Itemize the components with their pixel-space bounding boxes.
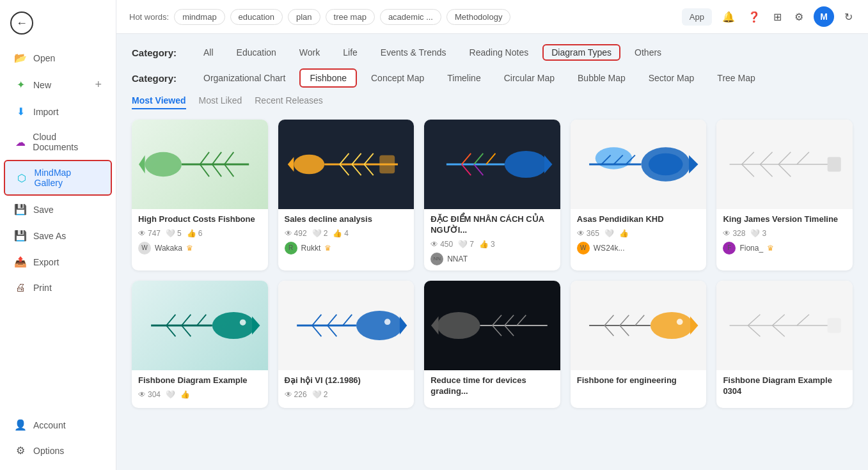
sidebar-item-cloud[interactable]: ☁ Cloud Documents [4, 125, 112, 159]
sort-most-liked[interactable]: Most Liked [199, 95, 242, 109]
settings-icon[interactable]: ⚙ [792, 8, 806, 26]
sort-most-viewed[interactable]: Most Viewed [132, 95, 186, 109]
svg-point-9 [294, 155, 325, 175]
sort-recent[interactable]: Recent Releases [255, 95, 323, 109]
svg-point-28 [649, 153, 683, 175]
cat-tab-circular[interactable]: Circular Map [495, 70, 564, 86]
sidebar-item-account[interactable]: 👤 Account [4, 412, 112, 437]
gallery-card-9[interactable]: Fishbone for engineering [571, 281, 707, 408]
tag-plan[interactable]: plan [288, 9, 320, 25]
svg-point-19 [505, 151, 548, 178]
cat-tab-events[interactable]: Events & Trends [372, 44, 455, 61]
likes-3: 🤍 7 [458, 240, 474, 249]
cat-tab-org[interactable]: Organizational Chart [194, 70, 294, 86]
gallery-card-4[interactable]: Asas Pendidikan KHD 👁 365 🤍 👍 W WS24k... [571, 120, 707, 270]
svg-line-74 [604, 315, 613, 325]
content-area: Category: All Education Work Life Events… [116, 34, 868, 470]
cat-tab-concept[interactable]: Concept Map [362, 70, 433, 86]
card-title-4: Asas Pendidikan KHD [577, 214, 700, 225]
topbar: Hot words: mindmap education plan tree m… [116, 0, 868, 34]
card-author-3: NN NNAT [430, 253, 554, 265]
sidebar-item-import[interactable]: ⬇ Import [4, 99, 112, 124]
views-7: 👁 226 [285, 390, 307, 399]
cat-tab-diagram[interactable]: Diagram Types [542, 44, 620, 61]
user-avatar[interactable]: M [814, 6, 834, 27]
card-author-5: F Fiona_ ♛ [723, 242, 846, 255]
cat-tab-bubble[interactable]: Bubble Map [569, 70, 635, 86]
gallery-card-7[interactable]: Đại hội VI (12.1986) 👁 226 🤍 2 [278, 281, 414, 408]
tag-education[interactable]: education [230, 9, 283, 25]
cat-tab-reading[interactable]: Reading Notes [461, 44, 538, 61]
card-author-4: W WS24k... [577, 242, 700, 255]
sidebar-item-export[interactable]: 📤 Export [4, 249, 112, 274]
cat-tab-others[interactable]: Others [626, 44, 670, 61]
svg-line-37 [760, 152, 772, 164]
card-thumb-10 [716, 281, 853, 370]
gallery-card-1[interactable]: High Product Costs Fishbone 👁 747 🤍 5 👍 … [132, 120, 268, 270]
cat-tab-all[interactable]: All [194, 44, 223, 61]
gallery-grid: High Product Costs Fishbone 👁 747 🤍 5 👍 … [132, 120, 853, 408]
cat-tab-sector[interactable]: Sector Map [640, 70, 704, 86]
cat-tab-fishbone[interactable]: Fishbone [299, 68, 357, 88]
svg-line-8 [225, 164, 233, 176]
sidebar-label-cloud: Cloud Documents [33, 132, 102, 152]
svg-marker-29 [689, 155, 698, 174]
cat-tab-timeline[interactable]: Timeline [438, 70, 489, 86]
refresh-icon[interactable]: ↻ [842, 8, 855, 26]
sidebar-item-save[interactable]: 💾 Save [4, 197, 112, 222]
cat-tab-treemap2[interactable]: Tree Map [708, 70, 764, 86]
app-button[interactable]: App [682, 8, 712, 26]
card-thumb-2 [278, 120, 414, 209]
category-tabs-1: All Education Work Life Events & Trends … [194, 44, 670, 61]
export-icon: 📤 [14, 256, 27, 268]
sidebar-item-open[interactable]: 📂 Open [4, 45, 112, 70]
tag-academic[interactable]: academic ... [380, 9, 441, 25]
svg-line-83 [748, 325, 760, 336]
cat-tab-work[interactable]: Work [290, 44, 329, 61]
import-icon: ⬇ [14, 106, 27, 118]
author-name-4: WS24k... [594, 244, 625, 253]
svg-rect-43 [828, 157, 841, 172]
gallery-card-6[interactable]: Fishbone Diagram Example 👁 304 🤍 👍 [132, 281, 268, 408]
svg-line-12 [340, 153, 349, 164]
new-plus-icon[interactable]: + [95, 78, 102, 91]
help-icon[interactable]: ❓ [745, 8, 763, 26]
gallery-card-8[interactable]: Reduce time for devices grading... [424, 281, 560, 408]
cat-tab-education[interactable]: Education [228, 44, 285, 61]
back-button[interactable]: ← [0, 6, 116, 40]
sidebar-item-mindmap-gallery[interactable]: ⬡ MindMap Gallery [4, 160, 112, 196]
options-icon: ⚙ [14, 444, 27, 457]
tag-mindmap[interactable]: mindmap [174, 9, 225, 25]
sidebar-item-print[interactable]: 🖨 Print [4, 276, 112, 300]
svg-line-39 [797, 152, 809, 164]
views-3: 👁 450 [430, 240, 453, 249]
fishbone-svg-8 [431, 285, 553, 366]
cat-tab-life[interactable]: Life [334, 44, 367, 61]
category-label-2: Category: [132, 73, 189, 84]
grid-icon[interactable]: ⊞ [771, 8, 784, 26]
svg-line-49 [182, 315, 191, 325]
card-thumb-1 [132, 120, 268, 209]
gallery-card-10[interactable]: Fishbone Diagram Example 0304 [716, 281, 853, 408]
sidebar-label-account: Account [33, 420, 66, 430]
svg-marker-10 [288, 157, 294, 172]
sidebar-item-new[interactable]: ✦ New + [4, 72, 112, 98]
tag-treemap[interactable]: tree map [326, 9, 375, 25]
svg-line-40 [742, 164, 754, 176]
gallery-card-5[interactable]: King James Version Timeline 👁 328 🤍 3 F … [716, 120, 853, 270]
category-row-2: Category: Organizational Chart Fishbone … [132, 68, 853, 88]
sidebar-item-options[interactable]: ⚙ Options [4, 438, 112, 463]
card-info-2: Sales decline analysis 👁 492 🤍 2 👍 4 R R… [278, 209, 414, 260]
views-1: 👁 747 [138, 229, 161, 238]
svg-line-23 [474, 153, 483, 164]
saveas-icon: 💾 [14, 230, 27, 242]
sidebar-item-save-as[interactable]: 💾 Save As [4, 223, 112, 248]
gallery-card-2[interactable]: Sales decline analysis 👁 492 🤍 2 👍 4 R R… [278, 120, 414, 270]
svg-line-60 [312, 325, 321, 336]
tag-methodology[interactable]: Methodology [446, 9, 510, 25]
notification-icon[interactable]: 🔔 [720, 8, 738, 26]
card-info-5: King James Version Timeline 👁 328 🤍 3 F … [716, 209, 853, 260]
svg-line-78 [620, 325, 629, 336]
card-stats-5: 👁 328 🤍 3 [723, 229, 846, 238]
gallery-card-3[interactable]: ĐẶC ĐIỂM NHÂN CÁCH CỦA NGƯỜI... 👁 450 🤍 … [424, 120, 560, 270]
